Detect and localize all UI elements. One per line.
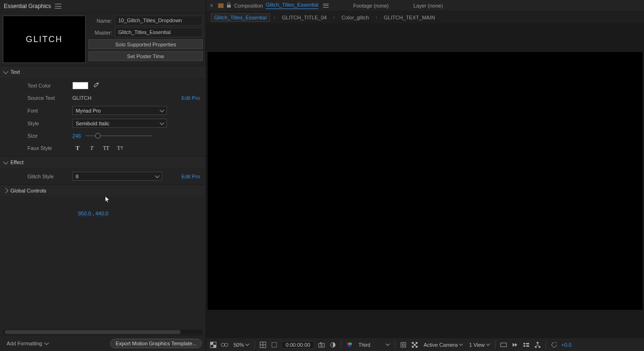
coord-x[interactable]: 950.0 bbox=[78, 211, 91, 216]
master-field[interactable]: Glitch_Titles_Essential bbox=[115, 27, 203, 37]
show-channel-icon[interactable] bbox=[329, 341, 337, 349]
section-text-title: Text bbox=[10, 69, 20, 75]
glitch-style-dropdown[interactable]: 8 bbox=[72, 172, 162, 181]
fast-preview-icon[interactable] bbox=[511, 341, 519, 349]
edit-properties-link[interactable]: Edit Pro bbox=[182, 95, 202, 101]
svg-rect-17 bbox=[402, 344, 404, 346]
composition-tab-name[interactable]: Glitch_Titles_Essential bbox=[266, 2, 318, 9]
size-value[interactable]: 246 bbox=[72, 133, 81, 139]
svg-rect-24 bbox=[523, 343, 525, 344]
exposure-value[interactable]: +0.0 bbox=[561, 342, 572, 348]
chevron-down-icon bbox=[386, 342, 390, 346]
snapshot-icon[interactable] bbox=[317, 341, 326, 349]
style-dropdown[interactable]: Semibold Italic bbox=[72, 119, 167, 128]
layer-tab[interactable]: Layer (none) bbox=[413, 3, 443, 9]
chevron-right-icon bbox=[3, 188, 8, 193]
alpha-toggle-icon[interactable] bbox=[209, 341, 218, 349]
flowchart-breadcrumb: Glitch_Titles_Essential ‹ GLITCH_TITLE_0… bbox=[206, 11, 644, 24]
svg-rect-22 bbox=[416, 346, 418, 348]
svg-rect-30 bbox=[539, 346, 540, 348]
faux-italic-button[interactable]: T bbox=[87, 144, 97, 152]
glitch-style-label: Glitch Style bbox=[4, 174, 72, 179]
size-label: Size bbox=[4, 133, 72, 139]
flowchart-icon[interactable] bbox=[533, 341, 542, 349]
mask-toggle-icon[interactable] bbox=[220, 341, 229, 349]
camera-dropdown[interactable]: Active Camera bbox=[422, 341, 464, 349]
faux-allcaps-button[interactable]: TT bbox=[101, 144, 111, 152]
faux-label: Faux Style bbox=[4, 145, 72, 151]
zoom-dropdown[interactable]: 50% bbox=[232, 341, 251, 349]
poster-thumbnail[interactable]: GLITCH bbox=[3, 16, 86, 63]
faux-bold-button[interactable]: T bbox=[72, 144, 83, 152]
solo-button[interactable]: Solo Supported Properties bbox=[88, 39, 203, 49]
svg-rect-29 bbox=[535, 346, 537, 348]
chevron-left-icon: ‹ bbox=[333, 15, 335, 20]
guides-icon[interactable] bbox=[270, 341, 278, 349]
horizontal-scrollbar[interactable] bbox=[3, 330, 203, 334]
svg-rect-9 bbox=[319, 343, 324, 347]
chevron-down-icon bbox=[459, 342, 463, 346]
section-text-header[interactable]: Text bbox=[0, 66, 206, 78]
grid-icon[interactable] bbox=[259, 341, 267, 349]
panel-menu-icon[interactable] bbox=[323, 4, 329, 8]
chevron-down-icon bbox=[44, 341, 49, 345]
text-color-label: Text Color bbox=[4, 83, 72, 88]
source-text-value[interactable]: GLITCH bbox=[72, 95, 91, 101]
views-dropdown[interactable]: 1 View bbox=[467, 341, 491, 349]
eyedropper-icon[interactable] bbox=[92, 82, 99, 90]
composition-viewer[interactable] bbox=[206, 24, 644, 338]
transparency-grid-icon[interactable] bbox=[410, 341, 419, 349]
name-field[interactable]: 10_Glitch_Titles_Dropdown bbox=[115, 16, 203, 26]
size-slider[interactable] bbox=[86, 135, 152, 136]
name-label: Name: bbox=[88, 18, 112, 24]
breadcrumb-item[interactable]: GLITCH_TITLE_04 bbox=[279, 14, 330, 21]
svg-line-33 bbox=[538, 345, 540, 346]
source-text-label: Source Text bbox=[4, 95, 72, 101]
color-mgmt-icon[interactable] bbox=[345, 341, 354, 349]
breadcrumb-item[interactable]: Color_glitch bbox=[339, 14, 372, 21]
scrollbar-thumb[interactable] bbox=[5, 330, 181, 334]
pixel-aspect-icon[interactable] bbox=[499, 341, 508, 349]
chevron-left-icon: ‹ bbox=[375, 15, 377, 20]
set-poster-button[interactable]: Set Poster Time bbox=[88, 51, 203, 61]
comp-color-icon bbox=[218, 3, 224, 8]
exposure-reset-icon[interactable] bbox=[550, 341, 558, 349]
section-global-header[interactable]: Global Controls bbox=[0, 185, 206, 196]
svg-rect-27 bbox=[526, 345, 529, 347]
footage-tab[interactable]: Footage (none) bbox=[353, 3, 389, 9]
section-effect-header[interactable]: Effect bbox=[0, 157, 206, 168]
svg-rect-8 bbox=[272, 342, 277, 347]
svg-point-10 bbox=[321, 344, 322, 346]
coord-y[interactable]: 440.0 bbox=[96, 211, 109, 216]
svg-point-15 bbox=[348, 344, 351, 347]
panel-menu-icon[interactable] bbox=[55, 4, 61, 9]
close-tab-icon[interactable]: × bbox=[208, 2, 215, 9]
master-label: Master: bbox=[88, 30, 112, 35]
svg-rect-25 bbox=[523, 345, 525, 347]
chevron-down-icon bbox=[3, 159, 8, 164]
position-coords[interactable]: 950.0 , 440.0 bbox=[0, 196, 206, 220]
roi-icon[interactable] bbox=[399, 341, 408, 349]
add-formatting-dropdown[interactable]: Add Formatting bbox=[4, 339, 61, 348]
timeline-icon[interactable] bbox=[522, 341, 531, 349]
export-mogrt-button[interactable]: Export Motion Graphics Template... bbox=[110, 339, 202, 348]
edit-properties-link[interactable]: Edit Pro bbox=[182, 174, 202, 179]
svg-rect-20 bbox=[414, 344, 416, 346]
size-slider-knob[interactable] bbox=[95, 133, 101, 139]
chevron-down-icon bbox=[155, 173, 160, 178]
font-dropdown[interactable]: Myriad Pro bbox=[72, 106, 167, 115]
composition-tab-label: Composition bbox=[234, 3, 263, 9]
svg-rect-23 bbox=[501, 343, 506, 347]
current-time[interactable]: 0:00:00:00 bbox=[281, 341, 314, 349]
text-color-swatch[interactable] bbox=[72, 82, 88, 89]
resolution-dropdown[interactable]: Third bbox=[357, 341, 391, 349]
svg-line-32 bbox=[536, 345, 538, 346]
lock-icon[interactable] bbox=[226, 2, 231, 9]
chevron-down-icon bbox=[486, 342, 490, 346]
svg-rect-26 bbox=[526, 343, 529, 344]
breadcrumb-item[interactable]: GLITCH_TEXT_MAIN bbox=[381, 14, 438, 21]
style-label: Style bbox=[4, 121, 72, 126]
faux-smallcaps-button[interactable]: TT bbox=[115, 144, 125, 152]
composition-canvas[interactable] bbox=[208, 52, 643, 310]
breadcrumb-item[interactable]: Glitch_Titles_Essential bbox=[211, 13, 270, 22]
